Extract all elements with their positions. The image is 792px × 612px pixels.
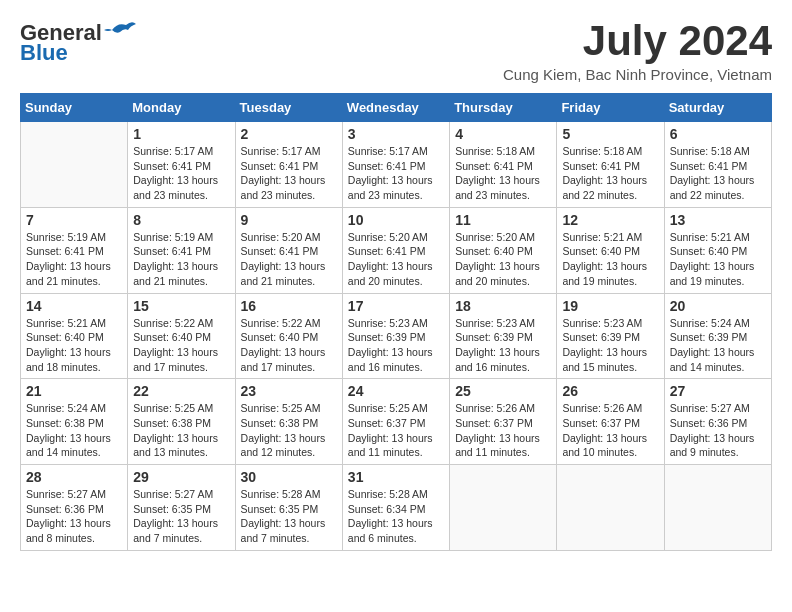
day-info: Sunrise: 5:17 AM Sunset: 6:41 PM Dayligh… xyxy=(133,144,229,203)
day-number: 13 xyxy=(670,212,766,228)
day-info: Sunrise: 5:27 AM Sunset: 6:36 PM Dayligh… xyxy=(670,401,766,460)
calendar-cell: 16Sunrise: 5:22 AM Sunset: 6:40 PM Dayli… xyxy=(235,293,342,379)
day-header-saturday: Saturday xyxy=(664,94,771,122)
day-info: Sunrise: 5:18 AM Sunset: 6:41 PM Dayligh… xyxy=(670,144,766,203)
day-number: 25 xyxy=(455,383,551,399)
calendar-cell xyxy=(557,465,664,551)
calendar-cell: 20Sunrise: 5:24 AM Sunset: 6:39 PM Dayli… xyxy=(664,293,771,379)
page-header: General Blue July 2024 Cung Kiem, Bac Ni… xyxy=(20,20,772,83)
day-info: Sunrise: 5:19 AM Sunset: 6:41 PM Dayligh… xyxy=(133,230,229,289)
day-info: Sunrise: 5:26 AM Sunset: 6:37 PM Dayligh… xyxy=(562,401,658,460)
day-number: 17 xyxy=(348,298,444,314)
calendar-cell: 8Sunrise: 5:19 AM Sunset: 6:41 PM Daylig… xyxy=(128,207,235,293)
day-header-sunday: Sunday xyxy=(21,94,128,122)
day-info: Sunrise: 5:20 AM Sunset: 6:41 PM Dayligh… xyxy=(348,230,444,289)
day-header-thursday: Thursday xyxy=(450,94,557,122)
day-info: Sunrise: 5:25 AM Sunset: 6:38 PM Dayligh… xyxy=(133,401,229,460)
day-info: Sunrise: 5:27 AM Sunset: 6:35 PM Dayligh… xyxy=(133,487,229,546)
calendar-cell: 4Sunrise: 5:18 AM Sunset: 6:41 PM Daylig… xyxy=(450,122,557,208)
day-info: Sunrise: 5:18 AM Sunset: 6:41 PM Dayligh… xyxy=(455,144,551,203)
day-number: 9 xyxy=(241,212,337,228)
calendar-cell: 24Sunrise: 5:25 AM Sunset: 6:37 PM Dayli… xyxy=(342,379,449,465)
calendar-cell: 23Sunrise: 5:25 AM Sunset: 6:38 PM Dayli… xyxy=(235,379,342,465)
calendar-cell: 2Sunrise: 5:17 AM Sunset: 6:41 PM Daylig… xyxy=(235,122,342,208)
day-info: Sunrise: 5:20 AM Sunset: 6:40 PM Dayligh… xyxy=(455,230,551,289)
calendar-cell: 6Sunrise: 5:18 AM Sunset: 6:41 PM Daylig… xyxy=(664,122,771,208)
calendar-week-row: 14Sunrise: 5:21 AM Sunset: 6:40 PM Dayli… xyxy=(21,293,772,379)
day-info: Sunrise: 5:17 AM Sunset: 6:41 PM Dayligh… xyxy=(348,144,444,203)
calendar-week-row: 21Sunrise: 5:24 AM Sunset: 6:38 PM Dayli… xyxy=(21,379,772,465)
logo-bird-icon xyxy=(104,20,136,42)
calendar-cell: 17Sunrise: 5:23 AM Sunset: 6:39 PM Dayli… xyxy=(342,293,449,379)
month-title: July 2024 xyxy=(503,20,772,62)
day-number: 23 xyxy=(241,383,337,399)
calendar-table: SundayMondayTuesdayWednesdayThursdayFrid… xyxy=(20,93,772,551)
day-number: 21 xyxy=(26,383,122,399)
logo-blue: Blue xyxy=(20,40,68,66)
day-number: 18 xyxy=(455,298,551,314)
calendar-cell: 19Sunrise: 5:23 AM Sunset: 6:39 PM Dayli… xyxy=(557,293,664,379)
calendar-cell: 9Sunrise: 5:20 AM Sunset: 6:41 PM Daylig… xyxy=(235,207,342,293)
day-header-friday: Friday xyxy=(557,94,664,122)
day-header-wednesday: Wednesday xyxy=(342,94,449,122)
day-header-monday: Monday xyxy=(128,94,235,122)
calendar-cell: 7Sunrise: 5:19 AM Sunset: 6:41 PM Daylig… xyxy=(21,207,128,293)
calendar-cell: 14Sunrise: 5:21 AM Sunset: 6:40 PM Dayli… xyxy=(21,293,128,379)
day-info: Sunrise: 5:17 AM Sunset: 6:41 PM Dayligh… xyxy=(241,144,337,203)
calendar-cell: 26Sunrise: 5:26 AM Sunset: 6:37 PM Dayli… xyxy=(557,379,664,465)
day-info: Sunrise: 5:20 AM Sunset: 6:41 PM Dayligh… xyxy=(241,230,337,289)
calendar-cell: 11Sunrise: 5:20 AM Sunset: 6:40 PM Dayli… xyxy=(450,207,557,293)
day-number: 22 xyxy=(133,383,229,399)
calendar-cell xyxy=(664,465,771,551)
day-header-tuesday: Tuesday xyxy=(235,94,342,122)
day-number: 20 xyxy=(670,298,766,314)
day-number: 15 xyxy=(133,298,229,314)
title-section: July 2024 Cung Kiem, Bac Ninh Province, … xyxy=(503,20,772,83)
day-number: 28 xyxy=(26,469,122,485)
day-info: Sunrise: 5:24 AM Sunset: 6:38 PM Dayligh… xyxy=(26,401,122,460)
day-info: Sunrise: 5:23 AM Sunset: 6:39 PM Dayligh… xyxy=(348,316,444,375)
day-info: Sunrise: 5:23 AM Sunset: 6:39 PM Dayligh… xyxy=(562,316,658,375)
day-info: Sunrise: 5:25 AM Sunset: 6:38 PM Dayligh… xyxy=(241,401,337,460)
calendar-cell: 15Sunrise: 5:22 AM Sunset: 6:40 PM Dayli… xyxy=(128,293,235,379)
day-number: 10 xyxy=(348,212,444,228)
day-number: 4 xyxy=(455,126,551,142)
calendar-header-row: SundayMondayTuesdayWednesdayThursdayFrid… xyxy=(21,94,772,122)
calendar-week-row: 7Sunrise: 5:19 AM Sunset: 6:41 PM Daylig… xyxy=(21,207,772,293)
day-info: Sunrise: 5:19 AM Sunset: 6:41 PM Dayligh… xyxy=(26,230,122,289)
day-info: Sunrise: 5:28 AM Sunset: 6:35 PM Dayligh… xyxy=(241,487,337,546)
day-info: Sunrise: 5:25 AM Sunset: 6:37 PM Dayligh… xyxy=(348,401,444,460)
logo: General Blue xyxy=(20,20,136,66)
day-number: 27 xyxy=(670,383,766,399)
calendar-cell: 28Sunrise: 5:27 AM Sunset: 6:36 PM Dayli… xyxy=(21,465,128,551)
day-number: 6 xyxy=(670,126,766,142)
day-info: Sunrise: 5:18 AM Sunset: 6:41 PM Dayligh… xyxy=(562,144,658,203)
day-info: Sunrise: 5:23 AM Sunset: 6:39 PM Dayligh… xyxy=(455,316,551,375)
day-number: 5 xyxy=(562,126,658,142)
day-info: Sunrise: 5:22 AM Sunset: 6:40 PM Dayligh… xyxy=(133,316,229,375)
calendar-cell: 21Sunrise: 5:24 AM Sunset: 6:38 PM Dayli… xyxy=(21,379,128,465)
day-info: Sunrise: 5:21 AM Sunset: 6:40 PM Dayligh… xyxy=(670,230,766,289)
day-info: Sunrise: 5:24 AM Sunset: 6:39 PM Dayligh… xyxy=(670,316,766,375)
day-number: 29 xyxy=(133,469,229,485)
location: Cung Kiem, Bac Ninh Province, Vietnam xyxy=(503,66,772,83)
day-number: 30 xyxy=(241,469,337,485)
calendar-cell: 18Sunrise: 5:23 AM Sunset: 6:39 PM Dayli… xyxy=(450,293,557,379)
calendar-cell: 5Sunrise: 5:18 AM Sunset: 6:41 PM Daylig… xyxy=(557,122,664,208)
day-number: 14 xyxy=(26,298,122,314)
day-info: Sunrise: 5:27 AM Sunset: 6:36 PM Dayligh… xyxy=(26,487,122,546)
calendar-cell: 27Sunrise: 5:27 AM Sunset: 6:36 PM Dayli… xyxy=(664,379,771,465)
day-number: 7 xyxy=(26,212,122,228)
calendar-cell: 25Sunrise: 5:26 AM Sunset: 6:37 PM Dayli… xyxy=(450,379,557,465)
day-info: Sunrise: 5:21 AM Sunset: 6:40 PM Dayligh… xyxy=(26,316,122,375)
calendar-cell: 10Sunrise: 5:20 AM Sunset: 6:41 PM Dayli… xyxy=(342,207,449,293)
day-number: 3 xyxy=(348,126,444,142)
calendar-cell: 1Sunrise: 5:17 AM Sunset: 6:41 PM Daylig… xyxy=(128,122,235,208)
day-number: 1 xyxy=(133,126,229,142)
day-number: 31 xyxy=(348,469,444,485)
day-number: 8 xyxy=(133,212,229,228)
calendar-cell: 12Sunrise: 5:21 AM Sunset: 6:40 PM Dayli… xyxy=(557,207,664,293)
calendar-cell: 30Sunrise: 5:28 AM Sunset: 6:35 PM Dayli… xyxy=(235,465,342,551)
day-number: 11 xyxy=(455,212,551,228)
calendar-cell: 13Sunrise: 5:21 AM Sunset: 6:40 PM Dayli… xyxy=(664,207,771,293)
